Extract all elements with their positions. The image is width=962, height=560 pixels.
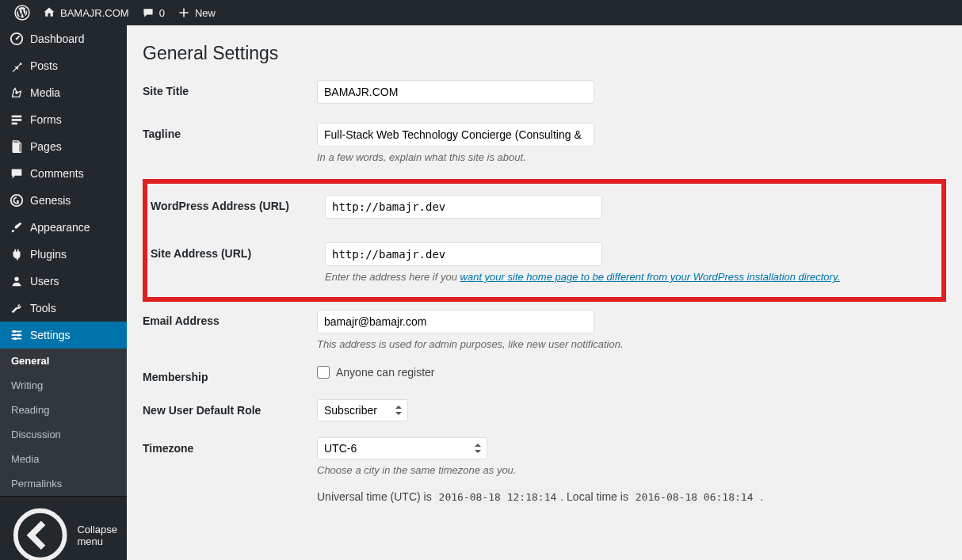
email-row: Email Address This address is used for a…: [143, 310, 946, 350]
sidebar-sub-discussion[interactable]: Discussion: [0, 422, 127, 447]
sidebar-item-plugins[interactable]: Plugins: [0, 241, 127, 268]
membership-label: Membership: [143, 366, 317, 383]
site-url-help-prefix: Enter the address here if you: [325, 271, 460, 283]
sidebar-label: Appearance: [30, 221, 90, 234]
membership-option-label: Anyone can register: [336, 366, 435, 379]
svg-point-14: [17, 333, 21, 337]
admin-sidebar: Dashboard Posts Media Forms Pages Commen…: [0, 25, 127, 560]
svg-point-2: [16, 38, 18, 40]
new-user-role-label: New User Default Role: [143, 399, 317, 421]
plus-icon: [178, 6, 190, 19]
membership-checkbox[interactable]: [317, 366, 330, 379]
site-url-label: Site Address (URL): [151, 242, 325, 283]
site-url-row: Site Address (URL) Enter the address her…: [147, 242, 941, 283]
sidebar-label: Media: [30, 86, 60, 99]
forms-icon: [10, 112, 24, 127]
sidebar-item-pages[interactable]: Pages: [0, 133, 127, 160]
sidebar-item-forms[interactable]: Forms: [0, 106, 127, 133]
sidebar-label: Comments: [30, 167, 84, 180]
sidebar-label: Tools: [30, 302, 56, 314]
home-icon: [43, 6, 55, 19]
timezone-select[interactable]: UTC-6: [317, 437, 487, 459]
timezone-row: Timezone UTC-6 Choose a city in the same…: [143, 437, 946, 503]
svg-rect-5: [12, 119, 22, 121]
utc-time: 2016-08-18 12:18:14: [435, 490, 561, 505]
sidebar-item-dashboard[interactable]: Dashboard: [0, 25, 127, 52]
svg-rect-4: [12, 116, 22, 118]
email-label: Email Address: [143, 310, 317, 350]
page-title: General Settings: [143, 43, 946, 64]
sidebar-item-appearance[interactable]: Appearance: [0, 214, 127, 241]
media-icon: [10, 86, 24, 100]
timezone-times: Universal time (UTC) is 2016-08-18 12:18…: [317, 490, 946, 503]
utc-prefix: Universal time (UTC) is: [317, 490, 435, 503]
wordpress-logo-icon: [14, 5, 30, 21]
timezone-help: Choose a city in the same timezone as yo…: [317, 464, 946, 476]
collapse-menu-button[interactable]: Collapse menu: [0, 496, 127, 560]
admin-site-name: BAMAJR.COM: [60, 7, 129, 19]
wrench-icon: [10, 301, 24, 315]
svg-point-13: [13, 330, 17, 333]
site-title-input[interactable]: [317, 80, 594, 104]
membership-checkbox-wrap[interactable]: Anyone can register: [317, 366, 946, 379]
site-url-input[interactable]: [325, 242, 602, 266]
users-icon: [10, 274, 24, 288]
sidebar-item-comments[interactable]: Comments: [0, 160, 127, 187]
sidebar-label: Genesis: [30, 194, 71, 207]
main-wrap: Dashboard Posts Media Forms Pages Commen…: [0, 25, 962, 560]
tagline-help: In a few words, explain what this site i…: [317, 151, 946, 163]
comments-icon: [10, 166, 24, 181]
svg-point-9: [14, 277, 18, 281]
sliders-icon: [10, 328, 24, 342]
tagline-label: Tagline: [143, 123, 317, 163]
sidebar-item-posts[interactable]: Posts: [0, 52, 127, 79]
sidebar-label: Plugins: [30, 248, 67, 261]
svg-rect-7: [13, 143, 20, 153]
sidebar-sub-media[interactable]: Media: [0, 447, 127, 471]
sidebar-item-users[interactable]: Users: [0, 268, 127, 295]
svg-point-16: [16, 511, 65, 560]
sidebar-sub-permalinks[interactable]: Permalinks: [0, 471, 127, 496]
dashboard-icon: [10, 32, 24, 46]
new-content-link[interactable]: New: [171, 0, 222, 25]
collapse-label: Collapse menu: [77, 524, 117, 547]
sidebar-label: Dashboard: [30, 32, 85, 45]
comment-icon: [142, 6, 155, 19]
brush-icon: [10, 220, 24, 234]
new-user-role-select[interactable]: Subscriber: [317, 399, 408, 421]
sidebar-item-media[interactable]: Media: [0, 79, 127, 106]
site-url-help: Enter the address here if you want your …: [325, 271, 938, 283]
site-url-help-link[interactable]: want your site home page to be different…: [460, 271, 841, 283]
email-input[interactable]: [317, 310, 594, 333]
wp-url-input[interactable]: [325, 195, 602, 219]
site-title-row: Site Title: [143, 80, 946, 104]
sidebar-sub-writing[interactable]: Writing: [0, 373, 127, 398]
sidebar-sub-reading[interactable]: Reading: [0, 398, 127, 422]
timezone-label: Timezone: [143, 437, 317, 503]
local-prefix: . Local time is: [560, 490, 631, 503]
sidebar-sub-general[interactable]: General: [0, 349, 127, 373]
plugin-icon: [10, 247, 24, 261]
wp-logo[interactable]: [8, 0, 36, 25]
membership-row: Membership Anyone can register: [143, 366, 946, 383]
site-name-link[interactable]: BAMAJR.COM: [36, 0, 136, 25]
sidebar-item-genesis[interactable]: Genesis: [0, 187, 127, 214]
settings-content: General Settings Site Title Tagline In a…: [127, 25, 962, 560]
tagline-row: Tagline In a few words, explain what thi…: [143, 123, 946, 163]
sidebar-item-settings[interactable]: Settings: [0, 322, 127, 349]
sidebar-label: Settings: [30, 329, 71, 341]
local-time: 2016-08-18 06:18:14: [632, 490, 758, 505]
sidebar-label: Users: [30, 275, 59, 288]
admin-bar: BAMAJR.COM 0 New: [0, 0, 962, 25]
comments-count: 0: [159, 7, 165, 19]
wp-url-label: WordPress Address (URL): [151, 195, 325, 219]
tagline-input[interactable]: [317, 123, 594, 147]
email-help: This address is used for admin purposes,…: [317, 338, 946, 350]
wp-url-row: WordPress Address (URL): [147, 195, 941, 219]
sidebar-item-tools[interactable]: Tools: [0, 295, 127, 322]
new-label: New: [195, 7, 216, 19]
svg-point-3: [15, 91, 18, 94]
site-title-label: Site Title: [143, 80, 317, 104]
genesis-icon: [10, 193, 24, 208]
comments-link[interactable]: 0: [136, 0, 171, 25]
